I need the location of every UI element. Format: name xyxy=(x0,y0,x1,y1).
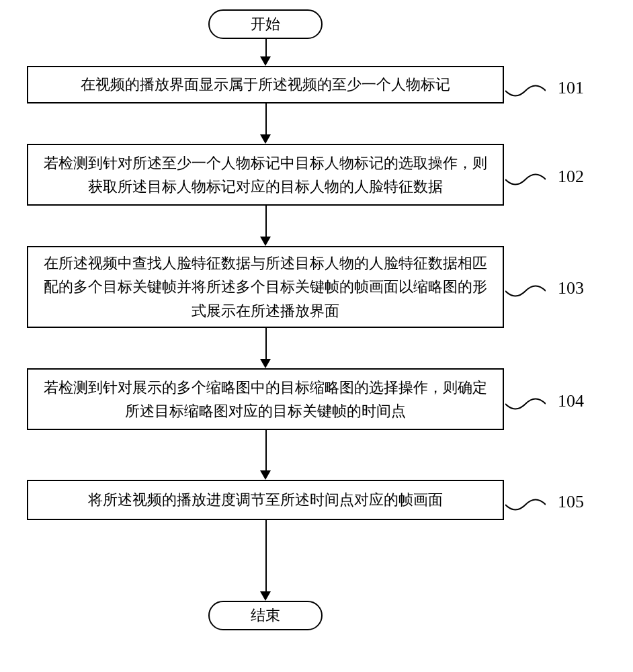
arrow-head-icon xyxy=(260,591,271,601)
step-label-104: 104 xyxy=(558,391,584,411)
process-step-101: 在视频的播放界面显示属于所述视频的至少一个人物标记 xyxy=(27,66,504,103)
arrow-connector xyxy=(265,103,267,136)
arrow-connector xyxy=(265,328,267,360)
process-text: 若检测到针对展示的多个缩略图中的目标缩略图的选择操作，则确定所述目标缩略图对应的… xyxy=(42,376,489,423)
arrow-head-icon xyxy=(260,134,271,144)
arrow-connector xyxy=(265,39,267,58)
process-step-104: 若检测到针对展示的多个缩略图中的目标缩略图的选择操作，则确定所述目标缩略图对应的… xyxy=(27,368,504,430)
step-label-102: 102 xyxy=(558,167,584,187)
arrow-head-icon xyxy=(260,237,271,246)
start-terminator: 开始 xyxy=(208,9,323,39)
process-step-105: 将所述视频的播放进度调节至所述时间点对应的帧画面 xyxy=(27,480,504,520)
step-connector-102 xyxy=(505,163,546,196)
process-step-102: 若检测到针对所述至少一个人物标记中目标人物标记的选取操作，则获取所述目标人物标记… xyxy=(27,144,504,206)
flowchart-container: 开始 在视频的播放界面显示属于所述视频的至少一个人物标记 101 若检测到针对所… xyxy=(0,0,633,672)
start-label: 开始 xyxy=(251,14,280,34)
process-text: 若检测到针对所述至少一个人物标记中目标人物标记的选取操作，则获取所述目标人物标记… xyxy=(42,151,489,198)
process-text: 在所述视频中查找人脸特征数据与所述目标人物的人脸特征数据相匹配的多个目标关键帧并… xyxy=(42,251,489,323)
arrow-connector xyxy=(265,206,267,238)
process-text: 在视频的播放界面显示属于所述视频的至少一个人物标记 xyxy=(81,73,450,96)
step-label-101: 101 xyxy=(558,78,584,98)
step-connector-104 xyxy=(505,387,546,421)
arrow-connector xyxy=(265,520,267,593)
arrow-head-icon xyxy=(260,359,271,368)
step-label-103: 103 xyxy=(558,278,584,298)
end-label: 结束 xyxy=(251,605,280,626)
process-step-103: 在所述视频中查找人脸特征数据与所述目标人物的人脸特征数据相匹配的多个目标关键帧并… xyxy=(27,246,504,328)
step-label-105: 105 xyxy=(558,492,584,512)
step-connector-101 xyxy=(505,74,546,108)
arrow-head-icon xyxy=(260,470,271,480)
arrow-head-icon xyxy=(260,56,271,66)
step-connector-105 xyxy=(505,488,546,521)
process-text: 将所述视频的播放进度调节至所述时间点对应的帧画面 xyxy=(88,488,443,511)
end-terminator: 结束 xyxy=(208,601,323,630)
step-connector-103 xyxy=(505,274,546,308)
arrow-connector xyxy=(265,430,267,472)
